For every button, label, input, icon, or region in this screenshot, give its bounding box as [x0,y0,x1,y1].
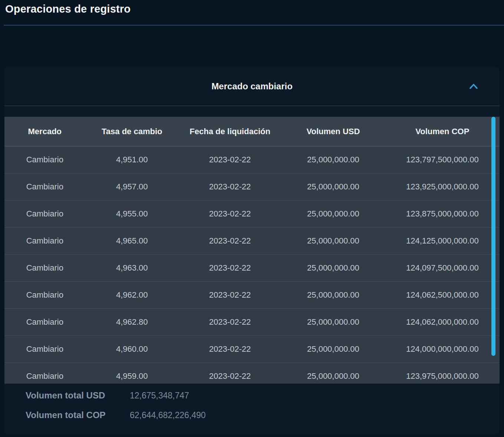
table-cell: 2023-02-22 [179,228,281,255]
table-cell: 25,000,000.00 [281,309,385,336]
table-cell: 2023-02-22 [179,282,281,309]
table-cell: 124,000,000,000.00 [385,336,500,363]
table-row: Cambiario4,962.002023-02-2225,000,000.00… [4,282,500,309]
total-cop-label: Volumen total COP [26,410,130,420]
table-cell: 4,955.00 [85,201,179,228]
table-cell: Cambiario [4,173,85,201]
table-row: Cambiario4,962.802023-02-2225,000,000.00… [4,309,500,336]
table-row: Cambiario4,959.002023-02-2225,000,000.00… [4,363,500,384]
table-cell: 4,962.80 [85,309,179,336]
total-usd-line: Volumen total USD 12,675,348,747 [26,390,500,403]
table-cell: 124,062,000,000.00 [385,309,500,336]
table-row: Cambiario4,960.002023-02-2225,000,000.00… [4,336,500,363]
collapse-panel-button[interactable] [468,82,480,91]
table-cell: 25,000,000.00 [281,282,385,309]
chevron-up-icon [469,85,478,90]
table-cell: 123,797,500,000.00 [385,146,500,173]
operations-table-container: MercadoTasa de cambioFecha de liquidació… [4,117,500,384]
table-cell: 123,875,000,000.00 [385,201,500,228]
title-divider [4,25,504,26]
column-header: Tasa de cambio [85,117,179,146]
column-header: Volumen COP [385,117,500,146]
totals-section: Volumen total USD 12,675,348,747 Volumen… [4,384,500,423]
table-cell: 2023-02-22 [179,255,281,282]
table-cell: 4,962.00 [85,282,179,309]
table-cell: 4,957.00 [85,173,179,201]
table-cell: Cambiario [4,363,85,384]
table-cell: 4,960.00 [85,336,179,363]
table-cell: 4,951.00 [85,146,179,173]
column-header: Fecha de liquidación [179,117,281,146]
panel-header-spacer [4,106,500,117]
table-cell: 124,097,500,000.00 [385,255,500,282]
table-cell: 4,965.00 [85,228,179,255]
page-title: Operaciones de registro [5,3,131,15]
table-cell: 124,125,000,000.00 [385,228,500,255]
table-cell: 4,959.00 [85,363,179,384]
table-cell: 4,963.00 [85,255,179,282]
table-row: Cambiario4,963.002023-02-2225,000,000.00… [4,255,500,282]
total-cop-line: Volumen total COP 62,644,682,226,490 [26,410,500,423]
total-cop-value: 62,644,682,226,490 [130,410,206,420]
column-header: Volumen USD [281,117,385,146]
table-scrollbar-thumb[interactable] [491,117,495,356]
total-usd-value: 12,675,348,747 [130,391,189,401]
table-cell: 25,000,000.00 [281,201,385,228]
table-cell: 2023-02-22 [179,173,281,201]
table-cell: 2023-02-22 [179,336,281,363]
table-cell: Cambiario [4,282,85,309]
table-cell: 2023-02-22 [179,146,281,173]
table-row: Cambiario4,957.002023-02-2225,000,000.00… [4,173,500,201]
table-cell: Cambiario [4,336,85,363]
table-body: Cambiario4,951.002023-02-2225,000,000.00… [4,146,500,384]
table-cell: Cambiario [4,146,85,173]
table-cell: Cambiario [4,201,85,228]
table-row: Cambiario4,955.002023-02-2225,000,000.00… [4,201,500,228]
table-cell: 25,000,000.00 [281,146,385,173]
table-cell: 25,000,000.00 [281,255,385,282]
table-header-row: MercadoTasa de cambioFecha de liquidació… [4,117,500,146]
table-cell: Cambiario [4,255,85,282]
operations-table: MercadoTasa de cambioFecha de liquidació… [4,117,500,384]
table-cell: 124,062,500,000.00 [385,282,500,309]
panel-title: Mercado cambiario [211,81,293,92]
table-row: Cambiario4,951.002023-02-2225,000,000.00… [4,146,500,173]
column-header: Mercado [4,117,85,146]
table-cell: 25,000,000.00 [281,228,385,255]
table-cell: 2023-02-22 [179,201,281,228]
table-row: Cambiario4,965.002023-02-2225,000,000.00… [4,228,500,255]
total-usd-label: Volumen total USD [26,390,130,401]
table-cell: 123,975,000,000.00 [385,363,500,384]
table-cell: Cambiario [4,228,85,255]
panel-header-toggle[interactable]: Mercado cambiario [4,67,500,106]
table-cell: 25,000,000.00 [281,173,385,201]
table-cell: 25,000,000.00 [281,363,385,384]
table-cell: 123,925,000,000.00 [385,173,500,201]
table-cell: 2023-02-22 [179,363,281,384]
table-cell: 25,000,000.00 [281,336,385,363]
table-cell: 2023-02-22 [179,309,281,336]
table-cell: Cambiario [4,309,85,336]
mercado-cambiario-panel: Mercado cambiario MercadoTasa de cambioF… [4,67,500,434]
